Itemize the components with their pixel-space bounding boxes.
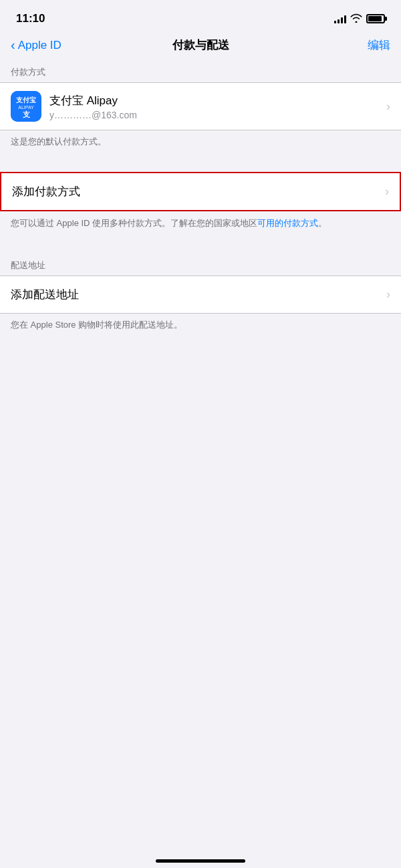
desc-text-1: 您可以通过 Apple ID 使用多种付款方式。了解在您的国家或地区 [11, 218, 257, 228]
shipping-section-label: 配送地址 [0, 254, 401, 276]
status-bar: 11:10 [0, 0, 401, 33]
battery-icon [366, 14, 385, 23]
section-gap-2 [0, 241, 401, 254]
status-icons [334, 13, 385, 25]
svg-text:支付宝: 支付宝 [15, 96, 37, 104]
default-payment-note: 这是您的默认付款方式。 [0, 130, 401, 158]
desc-text-2: 。 [318, 218, 327, 228]
nav-title: 付款与配送 [172, 37, 229, 53]
nav-bar: ‹ Apple ID 付款与配送 编辑 [0, 33, 401, 61]
status-time: 11:10 [16, 12, 45, 25]
svg-text:ALIPAY: ALIPAY [18, 105, 34, 110]
shipping-note: 您在 Apple Store 购物时将使用此配送地址。 [0, 314, 401, 342]
home-indicator [156, 859, 245, 863]
alipay-name: 支付宝 Alipay [49, 93, 386, 108]
alipay-svg-icon: 支付宝 ALIPAY 支 [11, 91, 41, 122]
add-payment-chevron-icon: › [385, 185, 389, 199]
wifi-icon [350, 13, 362, 25]
alipay-item[interactable]: 支付宝 ALIPAY 支 支付宝 Alipay y…………@163.com › [0, 83, 401, 130]
payment-description: 您可以通过 Apple ID 使用多种付款方式。了解在您的国家或地区可用的付款方… [0, 211, 401, 241]
add-address-button[interactable]: 添加配送地址 › [0, 276, 401, 313]
add-payment-button[interactable]: 添加付款方式 › [0, 172, 401, 211]
nav-edit-button[interactable]: 编辑 [368, 37, 390, 53]
section-gap-1 [0, 158, 401, 172]
add-payment-label: 添加付款方式 [12, 184, 385, 199]
add-address-label: 添加配送地址 [11, 287, 386, 302]
nav-back-label: Apple ID [18, 39, 61, 52]
chevron-right-icon: › [386, 100, 390, 114]
nav-back-button[interactable]: ‹ Apple ID [11, 39, 61, 52]
shipping-address-list: 添加配送地址 › [0, 276, 401, 314]
alipay-info: 支付宝 Alipay y…………@163.com [49, 93, 386, 120]
payment-section-label: 付款方式 [0, 61, 401, 82]
alipay-logo: 支付宝 ALIPAY 支 [11, 91, 41, 122]
add-payment-wrapper: 添加付款方式 › [0, 172, 401, 211]
available-payment-link[interactable]: 可用的付款方式 [257, 218, 318, 228]
alipay-email: y…………@163.com [49, 110, 386, 120]
chevron-left-icon: ‹ [11, 38, 15, 51]
payment-method-list: 支付宝 ALIPAY 支 支付宝 Alipay y…………@163.com › [0, 82, 401, 130]
add-address-chevron-icon: › [386, 288, 390, 302]
signal-icon [334, 14, 346, 23]
svg-text:支: 支 [22, 110, 31, 118]
